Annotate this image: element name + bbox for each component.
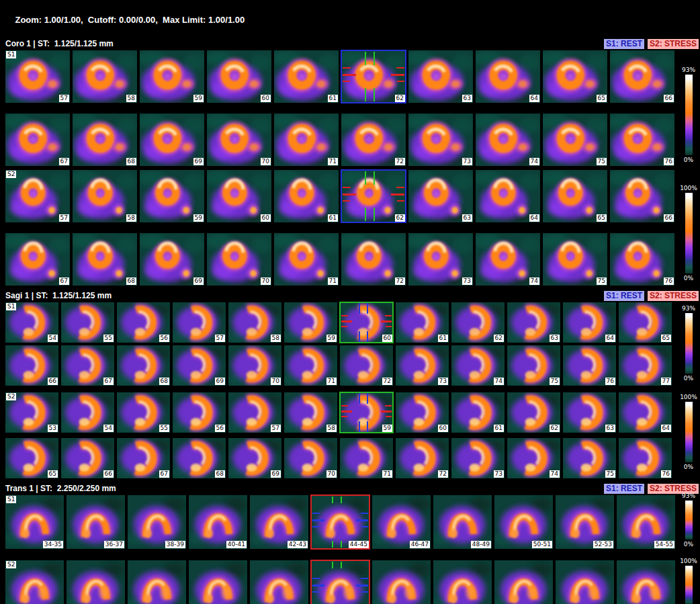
slice-thumbnail-selected[interactable]: 43-44 bbox=[311, 560, 369, 604]
slice-thumbnail[interactable]: 68 bbox=[173, 438, 226, 478]
slice-thumbnail[interactable]: 47-48 bbox=[433, 560, 492, 604]
slice-thumbnail[interactable]: 66 bbox=[610, 170, 674, 222]
slice-thumbnail[interactable]: 61 bbox=[274, 170, 339, 222]
slice-thumbnail[interactable]: 72 bbox=[341, 233, 406, 286]
slice-thumbnail[interactable]: 73 bbox=[396, 345, 449, 386]
slice-thumbnail[interactable]: 36-37 bbox=[67, 495, 125, 549]
slice-thumbnail[interactable]: 53-54 bbox=[617, 560, 675, 604]
slice-thumbnail[interactable]: 46-47 bbox=[372, 495, 431, 549]
slice-thumbnail[interactable]: 69 bbox=[140, 114, 204, 166]
slice-thumbnail[interactable]: 65 bbox=[543, 50, 607, 103]
slice-thumbnail[interactable]: 41-42 bbox=[250, 560, 308, 604]
slice-thumbnail[interactable]: 61 bbox=[274, 50, 339, 103]
slice-thumbnail[interactable]: 35-36 bbox=[67, 560, 125, 604]
slice-thumbnail[interactable]: 61 bbox=[451, 392, 505, 433]
slice-thumbnail[interactable]: 70 bbox=[207, 233, 271, 286]
slice-thumbnail[interactable]: 71 bbox=[340, 438, 393, 478]
slice-thumbnail[interactable]: 57 bbox=[228, 392, 281, 433]
slice-thumbnail[interactable]: 38-39 bbox=[128, 495, 186, 549]
slice-thumbnail[interactable]: 75 bbox=[543, 233, 607, 286]
slice-thumbnail[interactable]: 65 bbox=[619, 302, 672, 343]
slice-thumbnail[interactable]: 57 bbox=[173, 302, 226, 343]
slice-thumbnail[interactable]: 72 bbox=[340, 345, 393, 386]
slice-thumbnail[interactable]: 39-40 bbox=[189, 560, 247, 604]
slice-thumbnail[interactable]: 74 bbox=[507, 438, 560, 478]
colorbar-gradient[interactable] bbox=[685, 402, 693, 462]
slice-thumbnail[interactable]: 59 bbox=[140, 170, 204, 222]
colorbar-gradient[interactable] bbox=[685, 566, 693, 604]
slice-thumbnail[interactable]: 65 bbox=[543, 170, 607, 222]
slice-thumbnail[interactable]: 69 bbox=[173, 345, 226, 386]
slice-thumbnail[interactable]: 52-53 bbox=[556, 495, 614, 549]
colorbar-gradient[interactable] bbox=[685, 313, 693, 374]
slice-thumbnail[interactable]: 58 bbox=[73, 170, 137, 222]
slice-thumbnail[interactable]: 70 bbox=[207, 114, 271, 166]
slice-thumbnail[interactable]: S154 bbox=[5, 302, 58, 343]
slice-thumbnail[interactable]: 68 bbox=[73, 114, 137, 166]
slice-thumbnail[interactable]: 37-38 bbox=[128, 560, 186, 604]
slice-thumbnail[interactable]: 64 bbox=[476, 50, 540, 103]
colorbar-gradient[interactable] bbox=[685, 75, 693, 155]
slice-thumbnail-selected[interactable]: 60 bbox=[340, 302, 393, 343]
slice-thumbnail[interactable]: 71 bbox=[284, 345, 337, 386]
slice-thumbnail[interactable]: 71 bbox=[274, 233, 339, 286]
slice-thumbnail[interactable]: 63 bbox=[507, 302, 560, 343]
slice-thumbnail[interactable]: 67 bbox=[61, 345, 114, 386]
slice-thumbnail[interactable]: 49-50 bbox=[494, 560, 553, 604]
slice-thumbnail[interactable]: S253 bbox=[5, 392, 58, 433]
slice-thumbnail[interactable]: 58 bbox=[73, 50, 137, 103]
slice-thumbnail-selected[interactable]: 62 bbox=[341, 50, 406, 103]
slice-thumbnail[interactable]: 63 bbox=[563, 392, 616, 433]
slice-thumbnail[interactable]: S134-35 bbox=[5, 495, 64, 549]
slice-thumbnail[interactable]: 40-41 bbox=[189, 495, 247, 549]
slice-thumbnail[interactable]: 74 bbox=[451, 345, 505, 386]
slice-thumbnail[interactable]: 60 bbox=[207, 50, 271, 103]
colorbar-gradient[interactable] bbox=[685, 501, 693, 540]
slice-thumbnail[interactable]: 64 bbox=[476, 170, 540, 222]
slice-thumbnail[interactable]: 73 bbox=[451, 438, 505, 478]
slice-thumbnail-selected[interactable]: 44-45 bbox=[311, 495, 369, 549]
slice-thumbnail[interactable]: 59 bbox=[140, 50, 204, 103]
slice-thumbnail[interactable]: 66 bbox=[5, 345, 58, 386]
slice-thumbnail[interactable]: 62 bbox=[451, 302, 505, 343]
slice-thumbnail[interactable]: 54-55 bbox=[617, 495, 675, 549]
slice-thumbnail[interactable]: 76 bbox=[610, 114, 674, 166]
slice-thumbnail[interactable]: 60 bbox=[207, 170, 271, 222]
slice-thumbnail[interactable]: 74 bbox=[476, 114, 540, 166]
slice-thumbnail[interactable]: 69 bbox=[140, 233, 204, 286]
slice-thumbnail[interactable]: S233-34 bbox=[5, 560, 64, 604]
slice-thumbnail[interactable]: 56 bbox=[173, 392, 226, 433]
slice-thumbnail[interactable]: 74 bbox=[476, 233, 540, 286]
slice-thumbnail[interactable]: 59 bbox=[284, 302, 337, 343]
slice-thumbnail[interactable]: 56 bbox=[117, 302, 170, 343]
slice-thumbnail[interactable]: 69 bbox=[228, 438, 281, 478]
slice-thumbnail[interactable]: 66 bbox=[61, 438, 114, 478]
slice-thumbnail[interactable]: 70 bbox=[284, 438, 337, 478]
slice-thumbnail[interactable]: 72 bbox=[341, 114, 406, 166]
slice-thumbnail[interactable]: S257 bbox=[5, 170, 70, 222]
slice-thumbnail[interactable]: 65 bbox=[5, 438, 58, 478]
slice-thumbnail[interactable]: 75 bbox=[507, 345, 560, 386]
slice-thumbnail[interactable]: 50-51 bbox=[494, 495, 553, 549]
slice-thumbnail[interactable]: 66 bbox=[610, 50, 674, 103]
slice-thumbnail[interactable]: 76 bbox=[610, 233, 674, 286]
slice-thumbnail[interactable]: 67 bbox=[5, 114, 70, 166]
slice-thumbnail[interactable]: 58 bbox=[228, 302, 281, 343]
slice-thumbnail[interactable]: 68 bbox=[73, 233, 137, 286]
slice-thumbnail[interactable]: 72 bbox=[396, 438, 449, 478]
slice-thumbnail[interactable]: 48-49 bbox=[433, 495, 492, 549]
slice-thumbnail[interactable]: 63 bbox=[408, 170, 473, 222]
slice-thumbnail[interactable]: 73 bbox=[408, 114, 473, 166]
slice-thumbnail-selected[interactable]: 59 bbox=[340, 392, 393, 433]
slice-thumbnail[interactable]: 63 bbox=[408, 50, 473, 103]
slice-thumbnail[interactable]: 76 bbox=[619, 438, 672, 478]
slice-thumbnail[interactable]: 55 bbox=[61, 302, 114, 343]
slice-thumbnail[interactable]: S157 bbox=[5, 50, 70, 103]
slice-thumbnail[interactable]: 67 bbox=[117, 438, 170, 478]
slice-thumbnail[interactable]: 42-43 bbox=[250, 495, 308, 549]
slice-thumbnail[interactable]: 61 bbox=[396, 302, 449, 343]
slice-thumbnail[interactable]: 75 bbox=[563, 438, 616, 478]
slice-thumbnail[interactable]: 77 bbox=[619, 345, 672, 386]
slice-thumbnail[interactable]: 70 bbox=[228, 345, 281, 386]
slice-thumbnail[interactable]: 51-52 bbox=[556, 560, 614, 604]
